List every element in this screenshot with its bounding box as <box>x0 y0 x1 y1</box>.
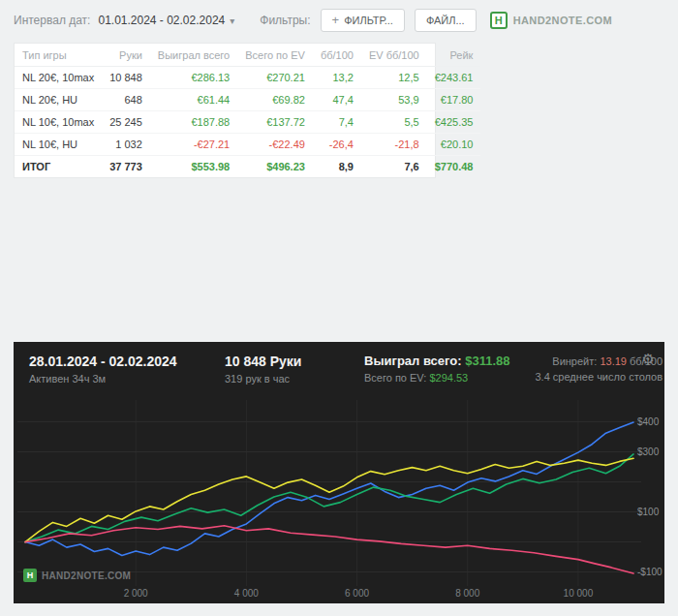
hand2note-logo-icon: H <box>23 569 37 582</box>
session-hands-per-hour: 319 рук в час <box>225 373 339 385</box>
cell-ev: €270.21 <box>237 67 313 89</box>
hand2note-watermark-text: HAND2NOTE.COM <box>42 570 131 581</box>
hand2note-logo: H HAND2NOTE.COM <box>490 12 612 29</box>
svg-text:2 000: 2 000 <box>124 588 148 599</box>
session-active-time: Активен 34ч 3м <box>29 373 200 385</box>
svg-text:-$100: -$100 <box>637 567 663 577</box>
avg-tables: 3.4 среднее число столов <box>536 371 663 383</box>
cell-hands: 25 245 <box>102 111 150 134</box>
cell-won: €286.13 <box>150 67 237 89</box>
cell-rake: $770.48 <box>427 156 481 178</box>
cell-won: €187.88 <box>150 111 237 134</box>
won-total-value: $311.88 <box>465 354 509 368</box>
cell-bb100: -26,4 <box>313 134 361 156</box>
ev-total-value: $294.53 <box>429 372 468 384</box>
column-header-ev-bb100[interactable]: EV бб/100 <box>361 44 427 67</box>
column-header-hands[interactable]: Руки <box>102 44 150 67</box>
cell-game-type: NL 20€, HU <box>15 89 102 111</box>
svg-text:$100: $100 <box>637 507 660 517</box>
file-button[interactable]: ФАЙЛ... <box>415 9 477 32</box>
column-header-won-total[interactable]: Выиграл всего <box>150 44 237 67</box>
date-range-selector[interactable]: 01.01.2024 - 02.02.2024 ▾ <box>98 14 234 27</box>
results-table-card: Тип игры Руки Выиграл всего Всего по EV … <box>14 43 436 178</box>
session-hands: 10 848 Руки <box>225 354 339 369</box>
session-date-range: 28.01.2024 - 02.02.2024 <box>29 354 200 369</box>
cell-bb100: 7,4 <box>313 111 361 134</box>
cell-rake: €243.61 <box>427 67 481 89</box>
session-panel: 28.01.2024 - 02.02.2024 Активен 34ч 3м 1… <box>14 342 664 603</box>
column-header-rake[interactable]: Рейк <box>427 44 481 67</box>
cell-rake: €20.10 <box>427 134 481 156</box>
toolbar: Интервал дат: 01.01.2024 - 02.02.2024 ▾ … <box>0 0 678 39</box>
table-row-total[interactable]: ИТОГ 37 773 $553.98 $496.23 8,9 7,6 $770… <box>15 156 480 178</box>
cell-ev: $496.23 <box>237 156 313 178</box>
chevron-down-icon: ▾ <box>230 15 234 26</box>
cell-ev: €137.72 <box>237 111 313 134</box>
chart-settings-button[interactable]: ⚙ <box>642 352 655 366</box>
cell-game-type: NL 10€, HU <box>15 134 102 156</box>
filter-button[interactable]: + ФИЛЬТР... <box>321 9 405 32</box>
cell-hands: 37 773 <box>102 156 150 178</box>
file-button-label: ФАЙЛ... <box>426 15 465 26</box>
svg-text:8 000: 8 000 <box>455 588 479 599</box>
column-header-bb100[interactable]: бб/100 <box>313 44 361 67</box>
table-row[interactable]: NL 10€, HU 1 032 -€27.21 -€22.49 -26,4 -… <box>15 134 480 156</box>
cell-hands: 10 848 <box>102 67 150 89</box>
date-range-value: 01.01.2024 - 02.02.2024 <box>98 14 225 27</box>
column-header-ev-total[interactable]: Всего по EV <box>237 44 313 67</box>
session-winnings-block: Выиграл всего: $311.88 Всего по EV: $294… <box>364 354 510 385</box>
cell-won: €61.44 <box>150 89 237 111</box>
session-dates-block: 28.01.2024 - 02.02.2024 Активен 34ч 3м <box>29 354 200 385</box>
session-header: 28.01.2024 - 02.02.2024 Активен 34ч 3м 1… <box>14 342 664 385</box>
cell-hands: 648 <box>102 89 150 111</box>
hand2note-logo-text: HAND2NOTE.COM <box>513 15 612 26</box>
cell-game-type: NL 20€, 10max <box>15 67 102 89</box>
table-row[interactable]: NL 10€, 10max 25 245 €187.88 €137.72 7,4… <box>15 111 480 134</box>
cell-game-type: ИТОГ <box>15 156 102 178</box>
table-header-row: Тип игры Руки Выиграл всего Всего по EV … <box>15 44 480 67</box>
cell-ev-bb100: 5,5 <box>361 111 427 134</box>
date-interval-label: Интервал дат: <box>14 14 90 27</box>
svg-text:10 000: 10 000 <box>564 588 594 599</box>
cell-bb100: 13,2 <box>313 67 361 89</box>
cell-ev-bb100: -21,8 <box>361 134 427 156</box>
table-row[interactable]: NL 20€, 10max 10 848 €286.13 €270.21 13,… <box>15 67 480 89</box>
column-header-game-type[interactable]: Тип игры <box>15 44 102 67</box>
svg-text:$400: $400 <box>637 416 660 427</box>
filters-label: Фильтры: <box>260 14 310 27</box>
cell-hands: 1 032 <box>102 134 150 156</box>
cell-bb100: 47,4 <box>313 89 361 111</box>
svg-text:4 000: 4 000 <box>234 588 259 599</box>
cell-won: $553.98 <box>150 156 237 178</box>
cell-ev-bb100: 53,9 <box>361 89 427 111</box>
cell-won: -€27.21 <box>150 134 237 156</box>
svg-text:$300: $300 <box>637 447 660 457</box>
cell-ev-bb100: 12,5 <box>361 67 427 89</box>
cell-bb100: 8,9 <box>313 156 361 178</box>
hand2note-logo-icon: H <box>490 12 508 29</box>
gear-icon: ⚙ <box>642 351 655 367</box>
plus-icon: + <box>332 15 340 25</box>
session-hands-block: 10 848 Руки 319 рук в час <box>225 354 339 385</box>
hand2note-watermark: H HAND2NOTE.COM <box>23 569 131 582</box>
results-table: Тип игры Руки Выиграл всего Всего по EV … <box>15 44 480 177</box>
cell-game-type: NL 10€, 10max <box>15 111 102 134</box>
svg-text:6 000: 6 000 <box>345 588 369 599</box>
table-row[interactable]: NL 20€, HU 648 €61.44 €69.82 47,4 53,9 €… <box>15 89 480 111</box>
filter-button-label: ФИЛЬТР... <box>344 15 393 26</box>
won-total-label: Выиграл всего: <box>364 354 462 368</box>
cell-ev: €69.82 <box>237 89 313 111</box>
ev-total-label: Всего по EV: <box>364 372 426 384</box>
profit-graph: $400$300$100-$1002 0004 0006 0008 00010 … <box>14 394 664 601</box>
winrate-value: 13.19 <box>600 355 627 367</box>
cell-rake: €425.35 <box>427 111 481 134</box>
winrate-label: Винрейт: <box>552 355 597 367</box>
cell-ev: -€22.49 <box>237 134 313 156</box>
cell-ev-bb100: 7,6 <box>361 156 427 178</box>
cell-rake: €17.80 <box>427 89 481 111</box>
